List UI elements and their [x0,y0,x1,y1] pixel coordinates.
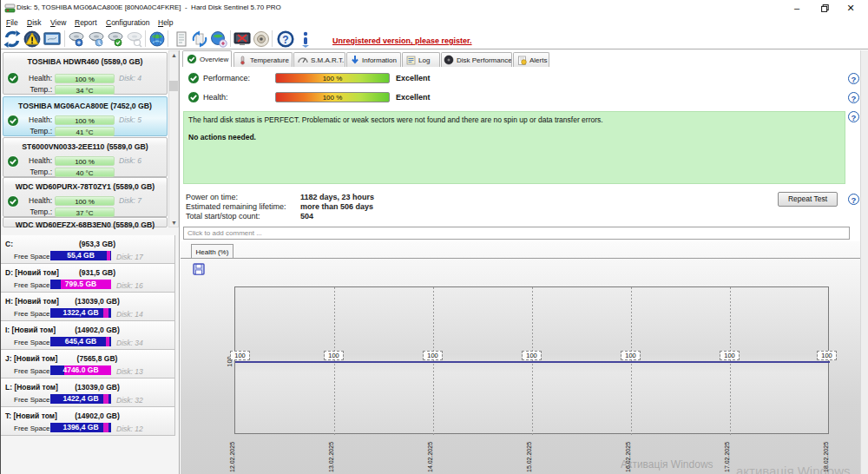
svg-text:?: ? [282,34,288,46]
